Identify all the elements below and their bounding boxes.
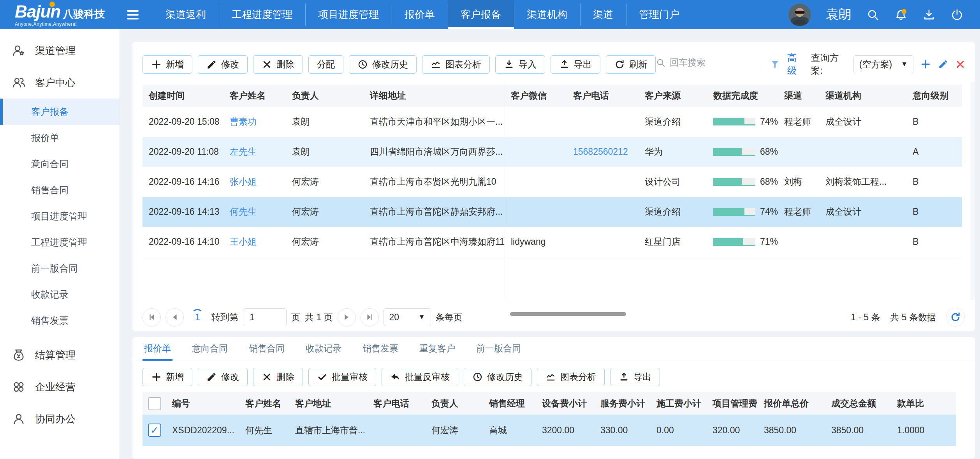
- table-row[interactable]: 2022-09-16 14:16 张小姐 何宏涛 直辖市上海市奉贤区光明九胤10…: [143, 167, 962, 197]
- bell-icon[interactable]: [894, 8, 908, 21]
- phone-link[interactable]: 15682560212: [573, 147, 628, 157]
- col-source[interactable]: 客户来源: [639, 85, 707, 107]
- col-quote-total[interactable]: 报价单总价: [758, 392, 826, 415]
- col-payment-ratio[interactable]: 款单比: [892, 392, 956, 415]
- download-icon[interactable]: [922, 8, 936, 21]
- search-input[interactable]: [670, 57, 763, 68]
- next-page-button[interactable]: [338, 308, 356, 327]
- detail-add-button[interactable]: 新增: [143, 368, 192, 386]
- goto-page-input[interactable]: [243, 308, 287, 326]
- col-phone[interactable]: 客户电话: [567, 85, 639, 107]
- edit-scheme-icon[interactable]: [938, 58, 948, 70]
- row-checkbox[interactable]: ✓: [148, 424, 161, 437]
- table-row-selected[interactable]: ✓ XSDD202209... 何先生 直辖市上海市普... 何宏涛 高城 32…: [143, 415, 956, 446]
- sidebar-item-sales-contract[interactable]: 销售合同: [0, 177, 120, 203]
- col-channel[interactable]: 渠道: [778, 85, 819, 107]
- sidebar-item-payment-record[interactable]: 收款记录: [0, 281, 120, 307]
- tab-sales-invoice[interactable]: 销售发票: [361, 342, 400, 361]
- sidebar-item-settlement-mgmt[interactable]: 结算管理: [0, 339, 120, 371]
- detail-history-button[interactable]: 修改历史: [464, 368, 531, 386]
- prev-page-button[interactable]: [165, 308, 184, 327]
- sidebar-item-intent-contract[interactable]: 意向合同: [0, 151, 120, 177]
- search-icon[interactable]: [866, 8, 880, 21]
- batch-approve-button[interactable]: 批量审核: [308, 368, 376, 386]
- nav-item-channel[interactable]: 渠道: [580, 0, 626, 29]
- col-customer-phone[interactable]: 客户电话: [368, 392, 426, 415]
- delete-button[interactable]: 删除: [253, 55, 303, 74]
- user-name[interactable]: 袁朗: [826, 6, 852, 23]
- col-address[interactable]: 详细地址: [364, 85, 505, 107]
- select-all-checkbox[interactable]: [148, 397, 161, 410]
- customer-name-link[interactable]: 王小姐: [230, 237, 257, 247]
- tab-payment-record[interactable]: 收款记录: [304, 342, 343, 361]
- table-row-selected[interactable]: 2022-09-16 14:13 何先生 何宏涛 直辖市上海市普陀区静鼎安邦府.…: [143, 197, 962, 227]
- tab-previous-contract[interactable]: 前一版合同: [475, 342, 523, 361]
- nav-item-customer-report[interactable]: 客户报备: [448, 0, 514, 29]
- sidebar-item-quotation[interactable]: 报价单: [0, 125, 120, 151]
- col-deal-total[interactable]: 成交总金额: [826, 392, 892, 415]
- edit-button[interactable]: 修改: [198, 55, 248, 74]
- customer-name-link[interactable]: 曹素功: [230, 117, 257, 127]
- sidebar-item-previous-contract[interactable]: 前一版合同: [0, 255, 120, 281]
- nav-item-engineering-progress[interactable]: 工程进度管理: [219, 0, 305, 29]
- assign-button[interactable]: 分配: [308, 55, 343, 74]
- col-construction-subtotal[interactable]: 施工费小计: [651, 392, 707, 415]
- tab-duplicate-customer[interactable]: 重复客户: [418, 342, 457, 361]
- detail-delete-button[interactable]: 删除: [253, 368, 303, 386]
- refresh-list-button[interactable]: [946, 308, 965, 327]
- current-page[interactable]: 1: [188, 308, 207, 327]
- col-customer-name[interactable]: 客户姓名: [240, 392, 290, 415]
- export-button[interactable]: 导出: [551, 55, 600, 74]
- menu-toggle-icon[interactable]: [117, 0, 149, 29]
- sidebar-item-customer-center[interactable]: 客户中心: [0, 67, 120, 99]
- col-number[interactable]: 编号: [167, 392, 240, 415]
- table-row[interactable]: 2022-09-20 15:08 曹素功 袁朗 直辖市天津市和平区如期小区一..…: [143, 107, 962, 137]
- table-row[interactable]: 2022-09-20 11:08 左先生 袁朗 四川省绵阳市涪城区万向西界莎..…: [143, 137, 962, 167]
- col-owner[interactable]: 负责人: [286, 85, 364, 107]
- avatar[interactable]: [788, 4, 811, 26]
- nav-item-channel-org[interactable]: 渠道机构: [514, 0, 580, 29]
- sidebar-item-channel-mgmt[interactable]: 渠道管理: [0, 35, 120, 67]
- sidebar-item-project-progress[interactable]: 项目进度管理: [0, 203, 120, 229]
- sidebar-item-engineering-progress[interactable]: 工程进度管理: [0, 229, 120, 255]
- col-service-subtotal[interactable]: 服务费小计: [595, 392, 651, 415]
- first-page-button[interactable]: [143, 308, 161, 327]
- page-size-select[interactable]: 20▼: [384, 308, 431, 326]
- sidebar-item-customer-report[interactable]: 客户报备: [0, 99, 120, 125]
- col-customer-address[interactable]: 客户地址: [290, 392, 368, 415]
- history-button[interactable]: 修改历史: [349, 55, 417, 74]
- nav-item-project-progress[interactable]: 项目进度管理: [305, 0, 392, 29]
- detail-edit-button[interactable]: 修改: [198, 368, 248, 386]
- tab-sales-contract[interactable]: 销售合同: [247, 342, 286, 361]
- tab-quotation[interactable]: 报价单: [143, 342, 172, 361]
- vertical-scrollbar-track[interactable]: [970, 82, 975, 300]
- import-button[interactable]: 导入: [495, 55, 545, 74]
- nav-item-channel-rebate[interactable]: 渠道返利: [153, 0, 219, 29]
- col-equipment-subtotal[interactable]: 设备费小计: [537, 392, 595, 415]
- batch-unapprove-button[interactable]: 批量反审核: [382, 368, 458, 386]
- add-button[interactable]: 新增: [143, 55, 192, 74]
- add-scheme-icon[interactable]: [920, 58, 931, 70]
- tab-intent-contract[interactable]: 意向合同: [190, 342, 229, 361]
- col-sales-manager[interactable]: 销售经理: [484, 392, 537, 415]
- advanced-search-link[interactable]: 高级: [787, 52, 804, 77]
- col-wechat[interactable]: 客户微信: [505, 85, 567, 107]
- customer-name-link[interactable]: 左先生: [230, 147, 257, 157]
- power-icon[interactable]: [950, 8, 964, 21]
- customer-name-link[interactable]: 张小姐: [230, 177, 257, 187]
- sidebar-item-collaboration[interactable]: 协同办公: [0, 403, 120, 435]
- detail-chart-button[interactable]: 图表分析: [537, 368, 605, 386]
- chart-analysis-button[interactable]: 图表分析: [422, 55, 490, 74]
- nav-item-quotation[interactable]: 报价单: [392, 0, 448, 29]
- last-page-button[interactable]: [361, 308, 379, 327]
- col-customer-name[interactable]: 客户姓名: [223, 85, 286, 107]
- nav-item-admin-portal[interactable]: 管理门户: [626, 0, 692, 29]
- customer-name-link[interactable]: 何先生: [230, 207, 257, 217]
- sidebar-item-sales-invoice[interactable]: 销售发票: [0, 307, 120, 334]
- col-completeness[interactable]: 数据完成度: [707, 85, 778, 107]
- refresh-button[interactable]: 刷新: [606, 55, 656, 74]
- filter-funnel-icon[interactable]: [770, 58, 780, 70]
- sidebar-item-enterprise-operation[interactable]: 企业经营: [0, 371, 120, 403]
- clear-scheme-icon[interactable]: [955, 58, 966, 70]
- col-project-mgmt-fee[interactable]: 项目管理费: [707, 392, 758, 415]
